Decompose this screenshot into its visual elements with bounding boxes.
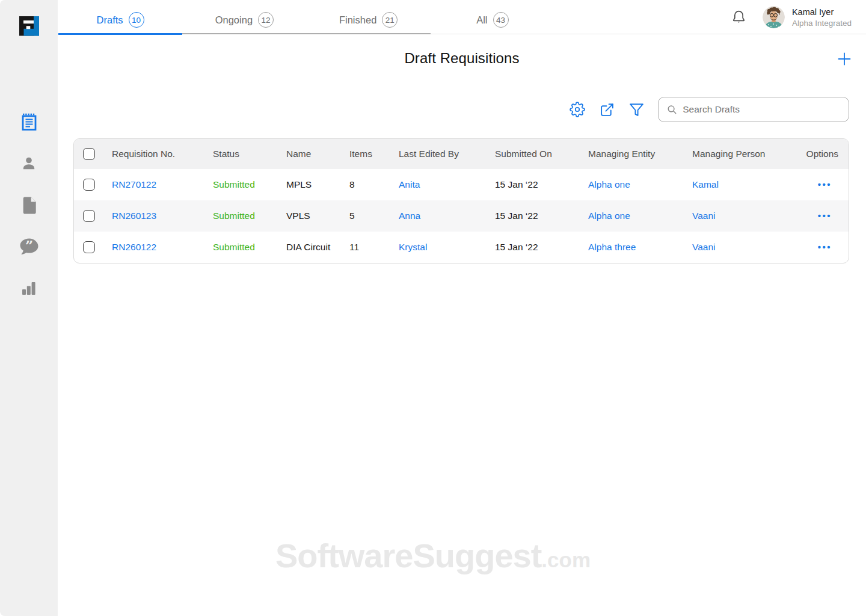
gear-icon — [570, 102, 585, 117]
last-edited-by-link[interactable]: Anna — [390, 200, 486, 232]
tab-drafts-label: Drafts — [97, 14, 123, 26]
tab-all-count-badge: 43 — [493, 12, 509, 28]
col-managing-entity: Managing Entity — [579, 139, 683, 169]
search-input[interactable] — [683, 104, 841, 115]
table-row: RN270122 Submitted MPLS 8 Anita 15 Jan ‘… — [74, 169, 849, 200]
tab-ongoing-count-badge: 12 — [258, 12, 274, 28]
managing-entity-link[interactable]: Alpha three — [579, 232, 683, 263]
row-checkbox[interactable] — [83, 210, 95, 222]
plus-icon — [838, 52, 851, 66]
col-status: Status — [204, 139, 277, 169]
table-toolbar — [570, 97, 849, 122]
more-options-button[interactable]: ••• — [818, 211, 832, 221]
row-checkbox[interactable] — [83, 241, 95, 253]
filter-button[interactable] — [628, 102, 644, 117]
tab-drafts[interactable]: Drafts 10 — [58, 0, 182, 34]
sidebar-item-people[interactable] — [14, 153, 43, 174]
sidebar: ” — [0, 0, 58, 616]
managing-entity-link[interactable]: Alpha one — [579, 169, 683, 200]
search-box — [658, 97, 849, 122]
submitted-on-value: 15 Jan ‘22 — [486, 232, 579, 263]
tab-finished-count-badge: 21 — [382, 12, 398, 28]
topbar: Drafts 10 Ongoing 12 Finished 21 All 43 — [58, 0, 866, 34]
more-options-button[interactable]: ••• — [818, 179, 832, 189]
sidebar-nav: ” — [0, 112, 58, 298]
person-icon — [20, 155, 38, 173]
app-logo-icon — [19, 16, 39, 36]
table-row: RN260122 Submitted DIA Circuit 11 Krysta… — [74, 232, 849, 263]
bar-chart-icon — [20, 279, 38, 297]
table-row: RN260123 Submitted VPLS 5 Anna 15 Jan ‘2… — [74, 200, 849, 232]
tab-ongoing[interactable]: Ongoing 12 — [182, 0, 306, 34]
sidebar-item-reports[interactable] — [14, 278, 43, 298]
col-name: Name — [277, 139, 340, 169]
tab-drafts-count-badge: 10 — [129, 12, 144, 28]
tab-finished-label: Finished — [339, 14, 376, 26]
export-button[interactable] — [599, 102, 615, 117]
col-managing-person: Managing Person — [683, 139, 767, 169]
items-value: 8 — [340, 169, 390, 200]
notifications-button[interactable] — [731, 9, 747, 25]
watermark: SoftwareSuggest.com — [0, 536, 866, 575]
requisition-no-link[interactable]: RN260123 — [103, 200, 204, 232]
select-all-checkbox[interactable] — [83, 148, 95, 160]
col-submitted-on: Submitted On — [486, 139, 579, 169]
last-edited-by-link[interactable]: Anita — [390, 169, 486, 200]
tab-finished[interactable]: Finished 21 — [307, 0, 431, 34]
main-content: Draft Requisitions — [58, 34, 866, 616]
items-value: 11 — [340, 232, 390, 263]
managing-entity-link[interactable]: Alpha one — [579, 200, 683, 232]
col-requisition-no: Requisition No. — [103, 139, 204, 169]
name-value: VPLS — [277, 200, 340, 232]
bell-icon — [731, 9, 747, 25]
watermark-main: SoftwareSuggest — [275, 537, 541, 574]
submitted-on-value: 15 Jan ‘22 — [486, 200, 579, 232]
col-last-edited-by: Last Edited By — [390, 139, 486, 169]
chat-icon: ” — [19, 238, 39, 256]
user-org: Alpha Integrated — [792, 18, 852, 29]
row-checkbox[interactable] — [83, 179, 95, 191]
notepad-icon — [20, 112, 38, 132]
external-link-icon — [600, 102, 615, 117]
tab-bar: Drafts 10 Ongoing 12 Finished 21 All 43 — [58, 0, 554, 34]
app-window: ” Drafts 10 Ongoing 12 Fini — [0, 0, 866, 616]
document-icon — [21, 196, 37, 215]
tab-all[interactable]: All 43 — [431, 0, 554, 34]
tab-ongoing-label: Ongoing — [215, 14, 253, 26]
requisition-no-link[interactable]: RN270122 — [103, 169, 204, 200]
status-value: Submitted — [204, 232, 277, 263]
status-value: Submitted — [204, 169, 277, 200]
page-title: Draft Requisitions — [58, 50, 866, 67]
topbar-right: Kamal Iyer Alpha Integrated — [731, 0, 866, 34]
more-options-button[interactable]: ••• — [818, 242, 832, 252]
last-edited-by-link[interactable]: Krystal — [390, 232, 486, 263]
sidebar-item-requisitions[interactable] — [14, 112, 43, 132]
tab-all-label: All — [476, 14, 487, 26]
requisition-no-link[interactable]: RN260122 — [103, 232, 204, 263]
watermark-suffix: .com — [541, 548, 591, 571]
sidebar-item-messages[interactable]: ” — [14, 236, 43, 257]
name-value: DIA Circuit — [277, 232, 340, 263]
app-logo[interactable] — [19, 16, 39, 36]
name-value: MPLS — [277, 169, 340, 200]
avatar-photo — [763, 6, 785, 28]
managing-person-link[interactable]: Vaani — [683, 200, 767, 232]
settings-button[interactable] — [570, 102, 585, 117]
requisitions-table: Requisition No. Status Name Items Last E… — [73, 138, 849, 263]
status-value: Submitted — [204, 200, 277, 232]
col-items: Items — [340, 139, 390, 169]
table-header-row: Requisition No. Status Name Items Last E… — [74, 139, 849, 169]
col-options: Options — [767, 139, 849, 169]
search-icon — [667, 104, 677, 116]
submitted-on-value: 15 Jan ‘22 — [486, 169, 579, 200]
user-info[interactable]: Kamal Iyer Alpha Integrated — [792, 6, 852, 28]
items-value: 5 — [340, 200, 390, 232]
avatar[interactable] — [763, 6, 785, 28]
managing-person-link[interactable]: Kamal — [683, 169, 767, 200]
managing-person-link[interactable]: Vaani — [683, 232, 767, 263]
add-requisition-button[interactable] — [838, 52, 851, 66]
user-name: Kamal Iyer — [792, 7, 852, 18]
svg-text:”: ” — [25, 238, 32, 253]
sidebar-item-documents[interactable] — [14, 195, 43, 215]
filter-icon — [629, 102, 644, 117]
